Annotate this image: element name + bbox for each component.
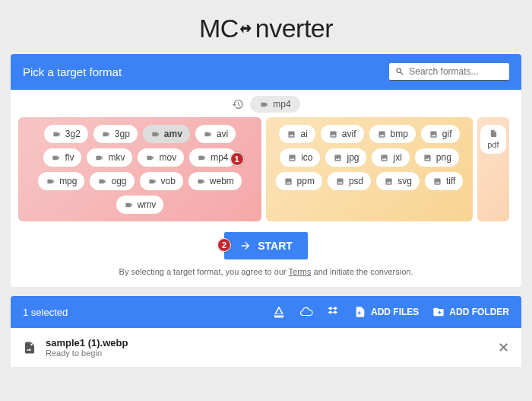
format-chip-wmv[interactable]: wmv <box>116 196 164 214</box>
dropbox-button[interactable] <box>327 305 340 319</box>
start-row: 2 START <box>11 228 521 263</box>
format-chip-pdf[interactable]: pdf <box>480 125 506 154</box>
format-chip-jpg[interactable]: jpg <box>325 148 366 167</box>
doc-group: pdf <box>477 117 509 221</box>
add-folder-button[interactable]: ADD FOLDER <box>432 306 509 318</box>
format-chip-ogg[interactable]: ogg <box>90 172 134 190</box>
format-chip-png[interactable]: png <box>415 148 459 167</box>
format-chip-mkv[interactable]: mkv <box>87 148 132 167</box>
video-group: 3g23gpamvaviflvmkvmovmp41mpgoggvobwebmwm… <box>18 117 261 221</box>
recent-row: mp4 <box>11 90 521 117</box>
format-chip-gif[interactable]: gif <box>421 125 460 143</box>
files-toolbar: 1 selected ADD FILES ADD FOLDER <box>11 296 521 328</box>
file-icon <box>23 341 36 355</box>
format-picker-card: Pick a target format mp4 3g23gpamvaviflv… <box>11 54 521 287</box>
format-chip-amv[interactable]: amv <box>143 125 190 143</box>
format-chip-avi[interactable]: avi <box>195 125 236 143</box>
format-chip-jxl[interactable]: jxl <box>372 148 409 167</box>
arrow-right-icon <box>239 240 252 252</box>
terms-link[interactable]: Terms <box>289 267 312 276</box>
format-chip-tiff[interactable]: tiff <box>425 172 463 190</box>
file-row: sample1 (1).webp Ready to begin ✕ <box>11 328 521 367</box>
card-header: Pick a target format <box>11 54 521 90</box>
folder-add-icon <box>432 306 445 318</box>
file-add-icon <box>354 306 366 318</box>
format-chip-avif[interactable]: avif <box>321 125 364 143</box>
gdrive-icon <box>272 305 286 319</box>
format-chip-mov[interactable]: mov <box>138 148 184 167</box>
selected-count: 1 selected <box>23 307 68 318</box>
callout-badge-2: 2 <box>217 238 231 252</box>
disclaimer: By selecting a target format, you agree … <box>11 263 521 287</box>
remove-file-button[interactable]: ✕ <box>498 339 509 356</box>
format-chip-svg[interactable]: svg <box>376 172 420 190</box>
add-files-button[interactable]: ADD FILES <box>354 306 419 318</box>
format-chip-ppm[interactable]: ppm <box>276 172 322 190</box>
dropbox-icon <box>327 305 340 319</box>
format-chip-3g2[interactable]: 3g2 <box>44 125 88 143</box>
format-chip-ico[interactable]: ico <box>280 148 320 167</box>
app-logo: MCnverter <box>0 0 532 54</box>
format-chip-mp4[interactable]: mp41 <box>189 148 236 167</box>
file-status: Ready to begin <box>46 348 128 358</box>
format-chip-webm[interactable]: webm <box>188 172 242 190</box>
recent-chip[interactable]: mp4 <box>250 96 299 113</box>
gdrive-button[interactable] <box>272 305 286 319</box>
format-chip-mpg[interactable]: mpg <box>38 172 84 190</box>
format-chip-ai[interactable]: ai <box>279 125 315 143</box>
callout-badge-1: 1 <box>230 152 244 166</box>
format-chip-vob[interactable]: vob <box>140 172 183 190</box>
format-chip-bmp[interactable]: bmp <box>369 125 416 143</box>
start-button[interactable]: START <box>224 232 308 259</box>
search-box[interactable] <box>389 63 509 81</box>
video-icon <box>259 100 269 109</box>
search-input[interactable] <box>409 66 503 77</box>
format-chip-3gp[interactable]: 3gp <box>93 125 138 143</box>
cloud-icon <box>299 305 313 319</box>
history-icon <box>232 98 244 110</box>
format-chip-flv[interactable]: flv <box>43 148 81 167</box>
search-icon <box>395 66 404 77</box>
cloud-button[interactable] <box>299 305 313 319</box>
image-group: aiavifbmpgificojpgjxlpngppmpsdsvgtiff <box>266 117 473 221</box>
format-groups: 3g23gpamvaviflvmkvmovmp41mpgoggvobwebmwm… <box>11 117 521 228</box>
file-name: sample1 (1).webp <box>46 337 128 348</box>
format-chip-psd[interactable]: psd <box>328 172 371 190</box>
card-title: Pick a target format <box>23 65 122 78</box>
